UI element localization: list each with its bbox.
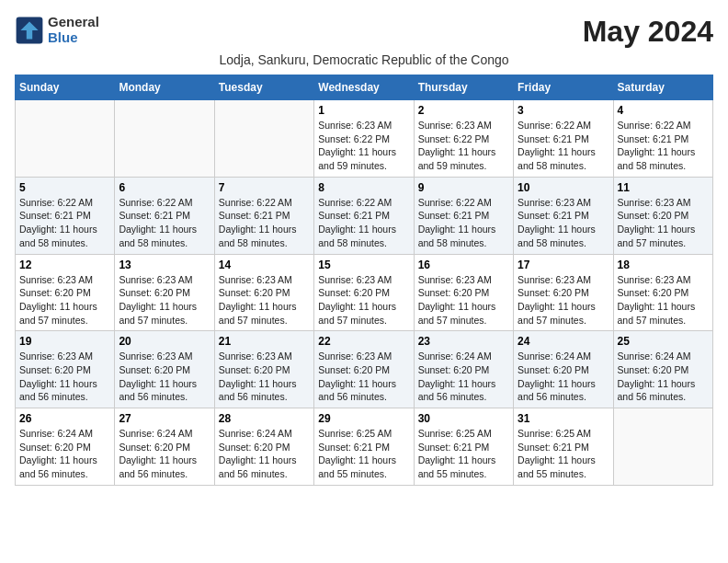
day-info: Sunrise: 6:23 AM Sunset: 6:20 PM Dayligh…: [19, 350, 110, 404]
week-row-4: 26Sunrise: 6:24 AM Sunset: 6:20 PM Dayli…: [16, 408, 713, 486]
day-info: Sunrise: 6:23 AM Sunset: 6:20 PM Dayligh…: [19, 273, 110, 327]
day-info: Sunrise: 6:25 AM Sunset: 6:21 PM Dayligh…: [318, 427, 409, 481]
day-number: 24: [518, 335, 609, 348]
day-cell: 11Sunrise: 6:23 AM Sunset: 6:20 PM Dayli…: [613, 177, 712, 254]
day-info: Sunrise: 6:23 AM Sunset: 6:22 PM Dayligh…: [418, 119, 509, 173]
day-number: 2: [418, 104, 509, 117]
day-cell: 20Sunrise: 6:23 AM Sunset: 6:20 PM Dayli…: [115, 331, 214, 408]
day-info: Sunrise: 6:23 AM Sunset: 6:20 PM Dayligh…: [119, 273, 210, 327]
day-cell: 9Sunrise: 6:22 AM Sunset: 6:21 PM Daylig…: [414, 177, 513, 254]
day-number: 21: [219, 335, 310, 348]
day-info: Sunrise: 6:24 AM Sunset: 6:20 PM Dayligh…: [19, 427, 110, 481]
day-number: 11: [618, 181, 709, 194]
day-cell: 25Sunrise: 6:24 AM Sunset: 6:20 PM Dayli…: [613, 331, 712, 408]
day-cell: 7Sunrise: 6:22 AM Sunset: 6:21 PM Daylig…: [214, 177, 313, 254]
day-number: 3: [518, 104, 609, 117]
day-number: 18: [618, 259, 709, 271]
day-number: 5: [19, 181, 110, 194]
day-info: Sunrise: 6:24 AM Sunset: 6:20 PM Dayligh…: [119, 427, 210, 481]
day-number: 8: [318, 181, 409, 194]
day-cell: [115, 100, 214, 178]
day-cell: 14Sunrise: 6:23 AM Sunset: 6:20 PM Dayli…: [214, 254, 313, 331]
day-info: Sunrise: 6:25 AM Sunset: 6:21 PM Dayligh…: [418, 427, 509, 481]
day-number: 22: [318, 335, 409, 348]
day-info: Sunrise: 6:22 AM Sunset: 6:21 PM Dayligh…: [219, 196, 310, 250]
day-info: Sunrise: 6:24 AM Sunset: 6:20 PM Dayligh…: [418, 350, 509, 404]
day-info: Sunrise: 6:22 AM Sunset: 6:21 PM Dayligh…: [318, 196, 409, 250]
day-cell: 12Sunrise: 6:23 AM Sunset: 6:20 PM Dayli…: [16, 254, 115, 331]
day-cell: 22Sunrise: 6:23 AM Sunset: 6:20 PM Dayli…: [314, 331, 414, 408]
day-cell: 4Sunrise: 6:22 AM Sunset: 6:21 PM Daylig…: [613, 100, 712, 178]
day-number: 10: [518, 181, 609, 194]
day-number: 7: [219, 181, 310, 194]
day-cell: [214, 100, 313, 178]
day-cell: 31Sunrise: 6:25 AM Sunset: 6:21 PM Dayli…: [514, 408, 613, 486]
day-number: 17: [518, 259, 609, 271]
day-cell: 29Sunrise: 6:25 AM Sunset: 6:21 PM Dayli…: [314, 408, 414, 486]
day-number: 13: [119, 259, 210, 271]
day-info: Sunrise: 6:22 AM Sunset: 6:21 PM Dayligh…: [119, 196, 210, 250]
week-row-0: 1Sunrise: 6:23 AM Sunset: 6:22 PM Daylig…: [16, 100, 713, 178]
day-info: Sunrise: 6:23 AM Sunset: 6:20 PM Dayligh…: [418, 273, 509, 327]
day-number: 6: [119, 181, 210, 194]
day-info: Sunrise: 6:23 AM Sunset: 6:20 PM Dayligh…: [219, 350, 310, 404]
day-info: Sunrise: 6:23 AM Sunset: 6:21 PM Dayligh…: [518, 196, 609, 250]
day-cell: 21Sunrise: 6:23 AM Sunset: 6:20 PM Dayli…: [214, 331, 313, 408]
day-number: 20: [119, 335, 210, 348]
day-cell: 26Sunrise: 6:24 AM Sunset: 6:20 PM Dayli…: [16, 408, 115, 486]
week-row-3: 19Sunrise: 6:23 AM Sunset: 6:20 PM Dayli…: [16, 331, 713, 408]
day-cell: 18Sunrise: 6:23 AM Sunset: 6:20 PM Dayli…: [613, 254, 712, 331]
day-number: 28: [219, 412, 310, 425]
header-monday: Monday: [115, 75, 214, 100]
header-sunday: Sunday: [16, 75, 115, 100]
day-cell: 16Sunrise: 6:23 AM Sunset: 6:20 PM Dayli…: [414, 254, 513, 331]
header-wednesday: Wednesday: [314, 75, 414, 100]
day-info: Sunrise: 6:23 AM Sunset: 6:20 PM Dayligh…: [618, 196, 709, 250]
month-title: May 2024: [583, 15, 713, 49]
day-number: 19: [19, 335, 110, 348]
day-cell: 15Sunrise: 6:23 AM Sunset: 6:20 PM Dayli…: [314, 254, 414, 331]
header-friday: Friday: [514, 75, 613, 100]
day-cell: 1Sunrise: 6:23 AM Sunset: 6:22 PM Daylig…: [314, 100, 414, 178]
day-info: Sunrise: 6:22 AM Sunset: 6:21 PM Dayligh…: [418, 196, 509, 250]
header-tuesday: Tuesday: [214, 75, 313, 100]
week-row-1: 5Sunrise: 6:22 AM Sunset: 6:21 PM Daylig…: [16, 177, 713, 254]
day-info: Sunrise: 6:25 AM Sunset: 6:21 PM Dayligh…: [518, 427, 609, 481]
logo-icon: [15, 16, 44, 45]
day-info: Sunrise: 6:22 AM Sunset: 6:21 PM Dayligh…: [19, 196, 110, 250]
day-cell: 19Sunrise: 6:23 AM Sunset: 6:20 PM Dayli…: [16, 331, 115, 408]
day-cell: 30Sunrise: 6:25 AM Sunset: 6:21 PM Dayli…: [414, 408, 513, 486]
day-info: Sunrise: 6:22 AM Sunset: 6:21 PM Dayligh…: [618, 119, 709, 173]
day-info: Sunrise: 6:22 AM Sunset: 6:21 PM Dayligh…: [518, 119, 609, 173]
day-number: 9: [418, 181, 509, 194]
day-cell: 24Sunrise: 6:24 AM Sunset: 6:20 PM Dayli…: [514, 331, 613, 408]
day-number: 27: [119, 412, 210, 425]
day-number: 12: [19, 259, 110, 271]
day-info: Sunrise: 6:24 AM Sunset: 6:20 PM Dayligh…: [219, 427, 310, 481]
logo: General Blue: [15, 15, 99, 45]
day-cell: 10Sunrise: 6:23 AM Sunset: 6:21 PM Dayli…: [514, 177, 613, 254]
day-info: Sunrise: 6:23 AM Sunset: 6:20 PM Dayligh…: [119, 350, 210, 404]
day-cell: [613, 408, 712, 486]
day-cell: 6Sunrise: 6:22 AM Sunset: 6:21 PM Daylig…: [115, 177, 214, 254]
subtitle: Lodja, Sankuru, Democratic Republic of t…: [15, 52, 713, 67]
day-cell: 28Sunrise: 6:24 AM Sunset: 6:20 PM Dayli…: [214, 408, 313, 486]
day-cell: 23Sunrise: 6:24 AM Sunset: 6:20 PM Dayli…: [414, 331, 513, 408]
day-number: 25: [618, 335, 709, 348]
week-row-2: 12Sunrise: 6:23 AM Sunset: 6:20 PM Dayli…: [16, 254, 713, 331]
day-number: 30: [418, 412, 509, 425]
day-info: Sunrise: 6:23 AM Sunset: 6:20 PM Dayligh…: [518, 273, 609, 327]
day-cell: 2Sunrise: 6:23 AM Sunset: 6:22 PM Daylig…: [414, 100, 513, 178]
day-number: 23: [418, 335, 509, 348]
day-number: 14: [219, 259, 310, 271]
header-saturday: Saturday: [613, 75, 712, 100]
day-number: 16: [418, 259, 509, 271]
day-cell: 13Sunrise: 6:23 AM Sunset: 6:20 PM Dayli…: [115, 254, 214, 331]
day-cell: 27Sunrise: 6:24 AM Sunset: 6:20 PM Dayli…: [115, 408, 214, 486]
calendar-table: SundayMondayTuesdayWednesdayThursdayFrid…: [15, 75, 713, 486]
day-cell: 3Sunrise: 6:22 AM Sunset: 6:21 PM Daylig…: [514, 100, 613, 178]
day-cell: 8Sunrise: 6:22 AM Sunset: 6:21 PM Daylig…: [314, 177, 414, 254]
day-number: 31: [518, 412, 609, 425]
day-info: Sunrise: 6:23 AM Sunset: 6:22 PM Dayligh…: [318, 119, 409, 173]
day-info: Sunrise: 6:23 AM Sunset: 6:20 PM Dayligh…: [618, 273, 709, 327]
